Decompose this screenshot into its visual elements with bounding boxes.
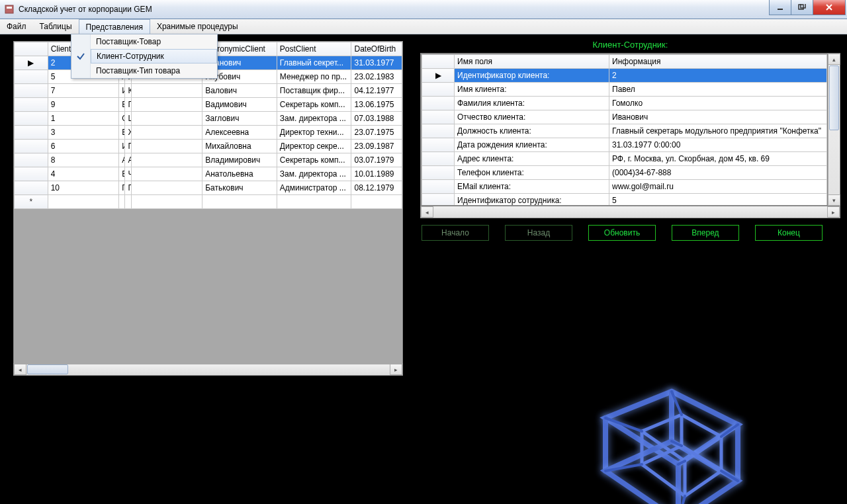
- table-cell[interactable]: Поставщик фир...: [277, 84, 351, 98]
- detail-grid-hscroll[interactable]: ◂ ▸: [420, 206, 840, 218]
- table-cell[interactable]: Секретарь комп...: [277, 98, 351, 112]
- table-cell[interactable]: [131, 98, 202, 112]
- table-cell[interactable]: www.gol@mail.ru: [609, 180, 827, 194]
- column-header[interactable]: Информация: [609, 55, 827, 69]
- table-cell[interactable]: [131, 153, 202, 167]
- table-cell[interactable]: Главный секрет...: [277, 56, 351, 70]
- table-cell[interactable]: Гончаров: [125, 98, 131, 112]
- table-cell[interactable]: Заглович: [202, 112, 277, 126]
- forward-button[interactable]: Вперед: [672, 225, 739, 241]
- table-cell[interactable]: Секретарь комп...: [277, 153, 351, 167]
- table-cell[interactable]: Владимирович: [202, 153, 277, 167]
- table-cell[interactable]: Иван: [119, 84, 125, 98]
- clients-grid[interactable]: ClientIDntPatronymicClientPostClientDate…: [13, 41, 403, 363]
- table-cell[interactable]: [131, 112, 202, 126]
- table-cell[interactable]: Вадимович: [202, 98, 277, 112]
- table-cell[interactable]: 13.06.1975: [351, 98, 402, 112]
- table-cell[interactable]: Зам. директора ...: [277, 167, 351, 181]
- table-cell[interactable]: 08.12.1979: [351, 181, 402, 195]
- column-header[interactable]: PostClient: [277, 42, 351, 56]
- column-header[interactable]: Имя поля: [455, 55, 609, 69]
- table-cell[interactable]: 3: [48, 126, 118, 140]
- table-cell[interactable]: 23.09.1987: [351, 140, 402, 153]
- table-row[interactable]: Адрес клиента:РФ, г. Москва, ул. Скорбна…: [422, 152, 827, 166]
- table-cell[interactable]: Должность клиента:: [455, 124, 609, 138]
- menu-tables[interactable]: Таблицы: [33, 19, 79, 34]
- table-cell[interactable]: Телефон клиента:: [455, 166, 609, 180]
- table-row[interactable]: Фамилия клиента:Гомолко: [422, 97, 827, 110]
- table-cell[interactable]: Менеджер по пр...: [277, 70, 351, 84]
- table-cell[interactable]: Олег: [119, 112, 125, 126]
- table-row[interactable]: 8АнатолийАнатовВладимировичСекретарь ком…: [15, 153, 402, 167]
- table-cell[interactable]: [351, 195, 402, 209]
- dropdown-item-supplier-product[interactable]: Поставщик-Товар: [71, 34, 217, 49]
- table-row[interactable]: 6ИлгаГрибковаМихайловнаДиректор секре...…: [15, 140, 402, 153]
- table-cell[interactable]: Жданова: [125, 126, 131, 140]
- table-row[interactable]: Идентификатор сотрудника:5: [422, 194, 827, 206]
- table-cell[interactable]: Идентификатор клиента:: [455, 69, 609, 83]
- scroll-up-icon[interactable]: ▴: [828, 54, 840, 65]
- table-cell[interactable]: [277, 195, 351, 209]
- table-cell[interactable]: Иванович: [609, 110, 827, 124]
- maximize-button[interactable]: [791, 0, 813, 15]
- table-cell[interactable]: Анатолий: [119, 153, 125, 167]
- table-row[interactable]: Должность клиента:Главный секретарь моду…: [422, 124, 827, 138]
- clients-grid-hscroll[interactable]: ◂ ▸: [13, 363, 403, 376]
- close-button[interactable]: [813, 0, 846, 15]
- table-cell[interactable]: 5: [609, 194, 827, 206]
- table-cell[interactable]: 03.07.1979: [351, 153, 402, 167]
- table-cell[interactable]: Адрес клиента:: [455, 152, 609, 166]
- scroll-down-icon[interactable]: ▾: [828, 194, 840, 206]
- table-cell[interactable]: 7: [48, 84, 118, 98]
- begin-button[interactable]: Начало: [422, 225, 489, 241]
- table-cell[interactable]: (0004)34-67-888: [609, 166, 827, 180]
- table-cell[interactable]: [131, 181, 202, 195]
- table-row[interactable]: Отчество клиента:Иванович: [422, 110, 827, 124]
- table-cell[interactable]: Анатов: [125, 153, 131, 167]
- table-cell[interactable]: Павел: [609, 83, 827, 97]
- table-cell[interactable]: Екатерина: [119, 167, 125, 181]
- table-cell[interactable]: 8: [48, 153, 118, 167]
- table-cell[interactable]: Галактион: [119, 181, 125, 195]
- table-cell[interactable]: 07.03.1988: [351, 112, 402, 126]
- table-cell[interactable]: Алексеевна: [202, 126, 277, 140]
- table-cell[interactable]: [131, 195, 202, 209]
- table-cell[interactable]: [131, 140, 202, 153]
- table-cell[interactable]: [119, 195, 125, 209]
- table-cell[interactable]: Директор техни...: [277, 126, 351, 140]
- dropdown-item-supplier-type[interactable]: Поставщик-Тип товара: [71, 63, 217, 78]
- table-row[interactable]: EMail клиента:www.gol@mail.ru: [422, 180, 827, 194]
- scroll-left-icon[interactable]: ◂: [14, 364, 26, 375]
- scroll-thumb[interactable]: [829, 65, 839, 130]
- table-cell[interactable]: 10: [48, 181, 118, 195]
- table-cell[interactable]: 31.03.1977: [351, 56, 402, 70]
- table-cell[interactable]: Администратор ...: [277, 181, 351, 195]
- table-row[interactable]: 7ИванКачковВаловичПоставщик фир...04.12.…: [15, 84, 402, 98]
- detail-grid-vscroll[interactable]: ▴ ▾: [828, 54, 840, 206]
- table-cell[interactable]: Идентификатор сотрудника:: [455, 194, 609, 206]
- table-row[interactable]: 4ЕкатеринаЧигареваАнатольевнаЗам. директ…: [15, 167, 402, 181]
- detail-grid[interactable]: Имя поляИнформация▶Идентификатор клиента…: [421, 54, 828, 206]
- table-cell[interactable]: 2: [609, 69, 827, 83]
- menu-file[interactable]: Файл: [0, 19, 33, 34]
- table-cell[interactable]: Директор секре...: [277, 140, 351, 153]
- table-cell[interactable]: Дата рождения клиента:: [455, 138, 609, 152]
- table-cell[interactable]: 4: [48, 167, 118, 181]
- end-button[interactable]: Конец: [755, 225, 823, 241]
- table-cell[interactable]: [125, 195, 131, 209]
- table-row[interactable]: *: [15, 195, 402, 209]
- table-cell[interactable]: [131, 84, 202, 98]
- table-cell[interactable]: 04.12.1977: [351, 84, 402, 98]
- table-cell[interactable]: РФ, г. Москва, ул. Скорбная, дом 45, кв.…: [609, 152, 827, 166]
- table-cell[interactable]: Грибкова: [125, 140, 131, 153]
- table-cell[interactable]: [131, 167, 202, 181]
- table-cell[interactable]: 23.07.1975: [351, 126, 402, 140]
- table-cell[interactable]: [48, 195, 118, 209]
- table-cell[interactable]: Евгения: [119, 126, 125, 140]
- table-cell[interactable]: Шохур: [125, 112, 131, 126]
- table-cell[interactable]: Илга: [119, 140, 125, 153]
- scroll-right-icon[interactable]: ▸: [827, 206, 840, 218]
- table-cell[interactable]: Фамилия клиента:: [455, 97, 609, 110]
- table-cell[interactable]: Валович: [202, 84, 277, 98]
- table-cell[interactable]: [131, 126, 202, 140]
